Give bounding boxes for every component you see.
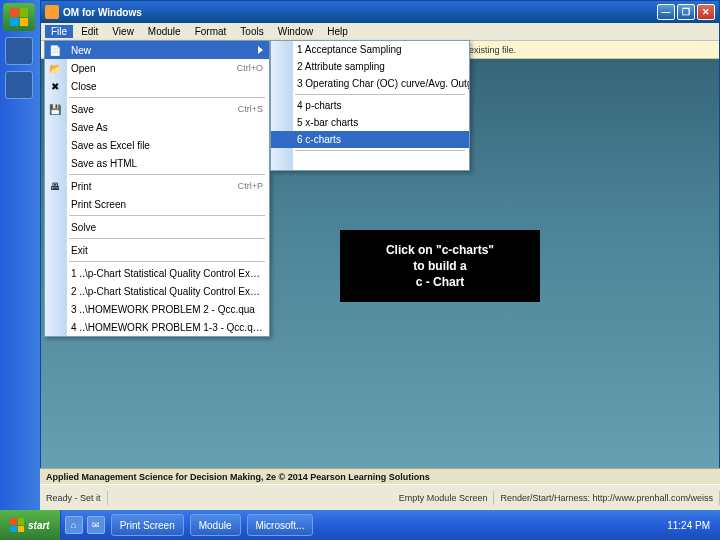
instruction-callout: Click on "c-charts" to build a c - Chart xyxy=(340,230,540,302)
menubar[interactable]: File Edit View Module Format Tools Windo… xyxy=(41,23,719,41)
chevron-right-icon xyxy=(258,46,263,54)
status-left: Ready - Set it xyxy=(40,491,108,505)
window-title: OM for Windows xyxy=(63,7,142,18)
menu-item-solve[interactable]: Solve xyxy=(45,218,269,236)
submenu-acceptance-sampling[interactable]: 1 Acceptance Sampling xyxy=(271,41,469,58)
menu-item-recent-4[interactable]: 4 ..\HOMEWORK PROBLEM 1-3 - Qcc.qua xyxy=(45,318,269,336)
status-right: Render/Start/Harness: http://www.prenhal… xyxy=(494,491,720,505)
menu-tools[interactable]: Tools xyxy=(234,25,269,38)
submenu-process-capability[interactable] xyxy=(271,153,469,170)
menu-item-recent-1[interactable]: 1 ..\p-Chart Statistical Quality Control… xyxy=(45,264,269,282)
menu-file[interactable]: File xyxy=(45,25,73,38)
window-controls: — ❐ ✕ xyxy=(657,4,715,20)
menu-view[interactable]: View xyxy=(106,25,140,38)
menu-item-recent-3[interactable]: 3 ..\HOMEWORK PROBLEM 2 - Qcc.qua xyxy=(45,300,269,318)
menu-item-print-screen[interactable]: Print Screen xyxy=(45,195,269,213)
app-icon xyxy=(45,5,59,19)
taskbar-clock[interactable]: 11:24 PM xyxy=(657,520,720,531)
menu-format[interactable]: Format xyxy=(189,25,233,38)
callout-line3: c - Chart xyxy=(386,274,494,290)
menu-item-save-html[interactable]: Save as HTML xyxy=(45,154,269,172)
footer-band: Applied Management Science for Decision … xyxy=(40,468,720,484)
maximize-button[interactable]: ❐ xyxy=(677,4,695,20)
menu-item-recent-2[interactable]: 2 ..\p-Chart Statistical Quality Control… xyxy=(45,282,269,300)
menu-item-save[interactable]: 💾 Save Ctrl+S xyxy=(45,100,269,118)
footer-text: Applied Management Science for Decision … xyxy=(46,472,430,482)
minimize-button[interactable]: — xyxy=(657,4,675,20)
file-menu[interactable]: 📄 New 📂 Open Ctrl+O ✖ Close 💾 Save Ctrl+… xyxy=(44,40,270,337)
quicklaunch-icon[interactable]: ✉ xyxy=(87,516,105,534)
submenu-oc-curve[interactable]: 3 Operating Char (OC) curve/Avg. Outgoin… xyxy=(271,75,469,92)
desktop-shortcut-icon[interactable] xyxy=(5,37,33,65)
start-button[interactable]: start xyxy=(0,510,61,540)
windows-logo-icon xyxy=(10,8,28,26)
status-bar: Ready - Set it Empty Module Screen Rende… xyxy=(40,484,720,510)
close-icon: ✖ xyxy=(48,79,62,93)
menu-item-exit[interactable]: Exit xyxy=(45,241,269,259)
status-mid: Empty Module Screen xyxy=(393,491,495,505)
left-dock xyxy=(0,0,40,510)
menu-help[interactable]: Help xyxy=(321,25,354,38)
menu-item-new[interactable]: 📄 New xyxy=(45,41,269,59)
quicklaunch-icon[interactable]: ⌂ xyxy=(65,516,83,534)
menu-window[interactable]: Window xyxy=(272,25,320,38)
taskbar-task[interactable]: Module xyxy=(190,514,241,536)
submenu-c-charts[interactable]: 6 c-charts xyxy=(271,131,469,148)
submenu-p-charts[interactable]: 4 p-charts xyxy=(271,97,469,114)
print-icon: 🖶 xyxy=(48,179,62,193)
new-file-icon: 📄 xyxy=(48,43,62,57)
submenu-xbar-charts[interactable]: 5 x-bar charts xyxy=(271,114,469,131)
menu-module[interactable]: Module xyxy=(142,25,187,38)
menu-item-print[interactable]: 🖶 Print Ctrl+P xyxy=(45,177,269,195)
submenu-attribute-sampling[interactable]: 2 Attribute sampling xyxy=(271,58,469,75)
open-folder-icon: 📂 xyxy=(48,61,62,75)
menu-edit[interactable]: Edit xyxy=(75,25,104,38)
taskbar[interactable]: start ⌂ ✉ Print Screen Module Microsoft.… xyxy=(0,510,720,540)
windows-start-icon[interactable] xyxy=(3,3,35,31)
taskbar-task[interactable]: Print Screen xyxy=(111,514,184,536)
windows-logo-icon xyxy=(10,518,24,532)
titlebar[interactable]: OM for Windows — ❐ ✕ xyxy=(41,1,719,23)
desktop-shortcut-icon[interactable] xyxy=(5,71,33,99)
callout-line1: Click on "c-charts" xyxy=(386,242,494,258)
menu-item-save-excel[interactable]: Save as Excel file xyxy=(45,136,269,154)
menu-item-open[interactable]: 📂 Open Ctrl+O xyxy=(45,59,269,77)
save-icon: 💾 xyxy=(48,102,62,116)
taskbar-task[interactable]: Microsoft... xyxy=(247,514,314,536)
callout-line2: to build a xyxy=(386,258,494,274)
menu-item-save-as[interactable]: Save As xyxy=(45,118,269,136)
new-submenu[interactable]: 1 Acceptance Sampling 2 Attribute sampli… xyxy=(270,40,470,171)
close-button[interactable]: ✕ xyxy=(697,4,715,20)
menu-item-close[interactable]: ✖ Close xyxy=(45,77,269,95)
